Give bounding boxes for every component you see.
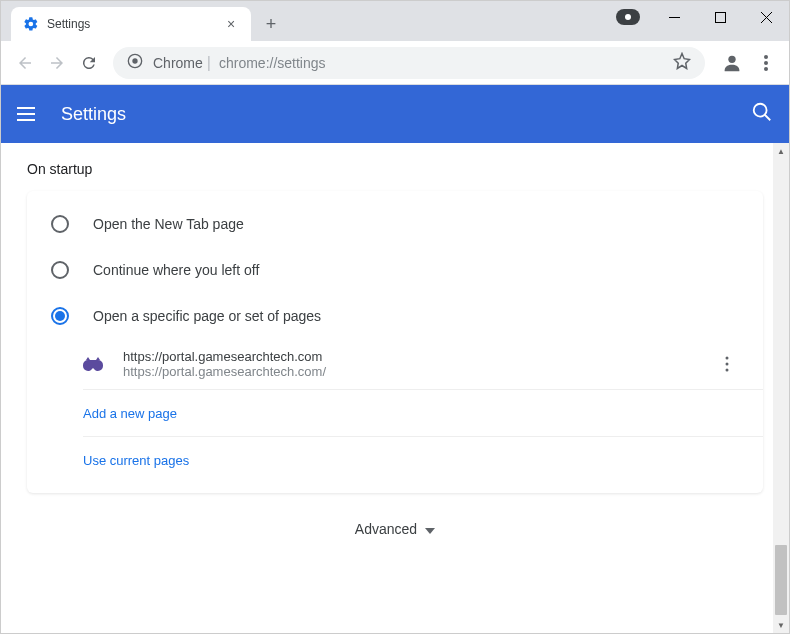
svg-point-11 [726, 369, 729, 372]
reload-button[interactable] [73, 47, 105, 79]
svg-point-4 [728, 55, 735, 62]
new-tab-button[interactable]: + [257, 10, 285, 38]
profile-button[interactable] [717, 48, 747, 78]
scroll-up-icon[interactable]: ▲ [773, 143, 789, 159]
svg-point-9 [726, 357, 729, 360]
tab-title: Settings [47, 17, 223, 31]
forward-button[interactable] [41, 47, 73, 79]
svg-point-6 [764, 61, 768, 65]
maximize-button[interactable] [697, 1, 743, 33]
incognito-indicator[interactable] [605, 1, 651, 33]
svg-rect-1 [715, 12, 725, 22]
section-heading: On startup [1, 161, 789, 191]
svg-point-3 [132, 58, 137, 63]
add-new-page-link[interactable]: Add a new page [83, 389, 763, 436]
more-actions-button[interactable] [715, 352, 739, 376]
close-icon[interactable]: × [223, 16, 239, 32]
search-icon[interactable] [751, 101, 773, 127]
window-titlebar: Settings × + [1, 1, 789, 41]
startup-page-url: https://portal.gamesearchtech.com/ [123, 364, 715, 379]
omnibox-url: chrome://settings [219, 55, 673, 71]
bookmark-star-icon[interactable] [673, 52, 691, 74]
address-bar[interactable]: Chrome | chrome://settings [113, 47, 705, 79]
radio-icon [51, 261, 69, 279]
radio-icon [51, 215, 69, 233]
chrome-icon [127, 53, 143, 73]
settings-header: Settings [1, 85, 789, 143]
radio-icon [51, 307, 69, 325]
chevron-down-icon [425, 521, 435, 537]
startup-card: Open the New Tab page Continue where you… [27, 191, 763, 493]
settings-content: On startup Open the New Tab page Continu… [1, 143, 789, 633]
hamburger-menu-icon[interactable] [17, 102, 41, 126]
svg-point-10 [726, 363, 729, 366]
scrollbar[interactable]: ▲ ▼ [773, 143, 789, 633]
close-window-button[interactable] [743, 1, 789, 33]
scroll-down-icon[interactable]: ▼ [773, 617, 789, 633]
browser-tab[interactable]: Settings × [11, 7, 251, 41]
startup-page-title: https://portal.gamesearchtech.com [123, 349, 715, 364]
gear-icon [23, 16, 39, 32]
svg-point-5 [764, 55, 768, 59]
kebab-menu-button[interactable] [751, 48, 781, 78]
svg-point-8 [754, 104, 767, 117]
startup-page-entry: https://portal.gamesearchtech.com https:… [83, 339, 763, 389]
back-button[interactable] [9, 47, 41, 79]
gamepad-icon [83, 354, 103, 374]
svg-point-7 [764, 67, 768, 71]
startup-option-continue[interactable]: Continue where you left off [27, 247, 763, 293]
svg-rect-0 [669, 17, 680, 18]
page-title: Settings [61, 104, 751, 125]
use-current-pages-link[interactable]: Use current pages [83, 436, 763, 483]
minimize-button[interactable] [651, 1, 697, 33]
browser-toolbar: Chrome | chrome://settings [1, 41, 789, 85]
startup-option-new-tab[interactable]: Open the New Tab page [27, 201, 763, 247]
scroll-thumb[interactable] [775, 545, 787, 615]
advanced-toggle[interactable]: Advanced [1, 493, 789, 549]
startup-option-specific-pages[interactable]: Open a specific page or set of pages [27, 293, 763, 339]
omnibox-prefix: Chrome [153, 55, 203, 71]
